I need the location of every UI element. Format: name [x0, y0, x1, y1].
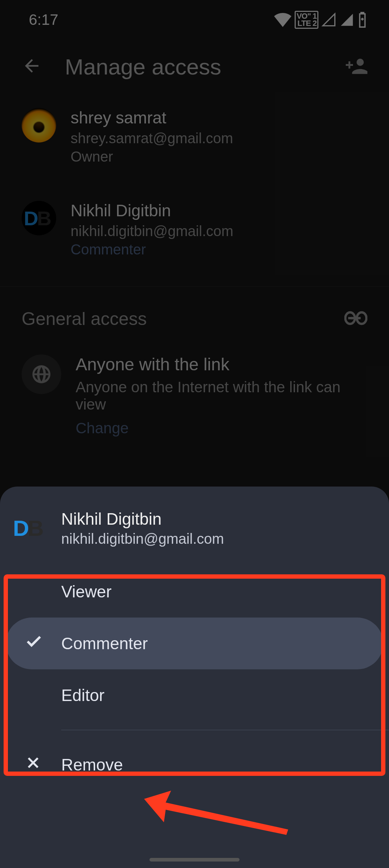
sheet-person-email: nikhil.digitbin@gmail.com [61, 531, 224, 547]
role-option-editor[interactable]: Editor [0, 669, 389, 721]
avatar-letter-d: D [13, 515, 29, 541]
sheet-person-info: Nikhil Digitbin nikhil.digitbin@gmail.co… [61, 509, 224, 547]
remove-access-button[interactable]: Remove [0, 743, 389, 786]
avatar-letter-b: B [28, 515, 44, 541]
role-bottom-sheet: D B Nikhil Digitbin nikhil.digitbin@gmai… [0, 487, 389, 868]
role-label: Editor [61, 686, 104, 705]
sheet-person-name: Nikhil Digitbin [61, 509, 224, 529]
role-label: Commenter [61, 634, 148, 653]
avatar: D B [11, 508, 50, 548]
remove-label: Remove [61, 755, 123, 774]
role-option-commenter[interactable]: Commenter [6, 618, 383, 669]
role-label: Viewer [61, 582, 112, 601]
role-option-viewer[interactable]: Viewer [0, 566, 389, 618]
sheet-header: D B Nikhil Digitbin nikhil.digitbin@gmai… [0, 487, 389, 566]
close-icon [25, 755, 41, 775]
divider [61, 730, 389, 730]
home-indicator [149, 858, 240, 862]
check-icon [24, 632, 43, 655]
